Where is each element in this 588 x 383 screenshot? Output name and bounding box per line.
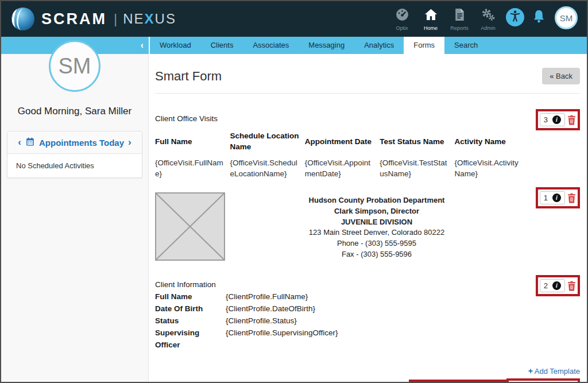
field-label: Full Name [155, 291, 226, 303]
cell-test-status: {OfficeVisit.TestStatusName} [380, 157, 454, 179]
top-header: SCRAM | NEXUS Optix Home Report [1, 1, 587, 37]
tab-workload[interactable]: Workload [150, 37, 201, 54]
template-order-number: 1 [544, 194, 548, 202]
report-row: Nexus Id: Preview Report [155, 378, 580, 382]
annotation-box-preview-button: Preview Report [506, 378, 580, 382]
info-icon[interactable]: i [552, 194, 561, 202]
col-header-appointment-date: Appointment Date [305, 136, 380, 147]
cell-activity-name: {OfficeVisit.ActivityName} [455, 157, 529, 179]
nav-optix[interactable]: Optix [388, 7, 416, 31]
main-content: Smart Form « Back 3 i Client Office Visi… [149, 54, 587, 382]
sidebar-avatar: SM [49, 40, 100, 92]
nav-admin[interactable]: Admin [474, 7, 502, 31]
header-icon-group: Optix Home Reports Admin [388, 6, 578, 32]
template-order-badge[interactable]: 3 i [540, 113, 565, 126]
plus-icon: + [528, 366, 533, 376]
tab-search[interactable]: Search [444, 37, 488, 54]
letterhead-line: 123 Main Street Denver, Colorado 80222 [225, 227, 528, 238]
nav-reports-label: Reports [450, 25, 469, 31]
annotation-box-template-1: 1 i [536, 187, 580, 208]
accessibility-button[interactable] [506, 8, 524, 26]
info-icon[interactable]: i [552, 281, 561, 290]
client-info-row: Supervising Officer {ClientProfile.Super… [155, 327, 580, 351]
sidebar-avatar-initials: SM [59, 54, 91, 79]
prev-day-chevron-icon[interactable]: ‹ [18, 137, 21, 148]
info-icon[interactable]: i [552, 115, 561, 124]
document-icon [452, 7, 467, 24]
brand-nexus-text: NEXUS [123, 11, 176, 27]
letterhead-line: JUVENILE DIVISION [225, 217, 528, 228]
col-header-schedule-location: Schedule Location Name [230, 130, 304, 152]
client-info-row: Status {ClientProfile.Status} [155, 315, 580, 327]
letterhead-section: 1 i Hudson County Probation Department C… [155, 192, 580, 261]
brand-nexus-x: X [145, 11, 155, 26]
user-avatar[interactable]: SM [555, 6, 578, 29]
image-placeholder [155, 192, 225, 261]
field-label: Status [155, 315, 226, 327]
office-visits-table-header: Full Name Schedule Location Name Appoint… [155, 130, 529, 152]
notifications-button[interactable] [531, 9, 547, 26]
nav-admin-label: Admin [481, 25, 496, 31]
gauge-icon [395, 7, 409, 24]
next-day-chevron-icon[interactable]: › [128, 137, 131, 148]
field-label: Supervising Officer [155, 327, 226, 351]
delete-template-button[interactable] [567, 192, 577, 204]
appointments-empty-message: No Scheduled Activities [7, 154, 142, 177]
title-divider [155, 93, 580, 94]
office-visits-label: Client Office Visits [155, 114, 580, 123]
brand-nexus-ne: NE [123, 11, 144, 26]
col-header-full-name: Full Name [155, 136, 230, 147]
nav-home[interactable]: Home [416, 7, 445, 31]
cell-schedule-location: {OfficeVisit.ScheduleLocationName} [230, 157, 304, 179]
office-visits-placeholder-row: {OfficeVisit.FullName} {OfficeVisit.Sche… [155, 157, 529, 179]
add-template-link[interactable]: + Add Template [528, 367, 580, 376]
appointments-card: ‹ Appointments Today › No Scheduled Acti… [7, 131, 142, 178]
letterhead-line: Fax - (303) 555-9596 [225, 249, 528, 260]
field-value: {ClientProfile.FullName} [226, 291, 308, 303]
add-template-row: + Add Template [155, 366, 580, 376]
delete-template-button[interactable] [567, 114, 577, 126]
add-template-label: Add Template [535, 367, 580, 376]
accessibility-icon [508, 9, 522, 25]
field-value: {ClientProfile.DateOfBirth} [226, 303, 315, 315]
template-order-number: 2 [544, 281, 548, 290]
annotation-box-template-3: 3 i [536, 109, 580, 130]
nav-optix-label: Optix [396, 25, 408, 31]
sidebar-collapse-chevron-icon[interactable]: ‹ [141, 41, 144, 50]
user-avatar-initials: SM [560, 13, 573, 23]
tab-clients[interactable]: Clients [201, 37, 243, 54]
letterhead-line: Phone - (303) 555-9595 [225, 238, 528, 249]
tab-messaging[interactable]: Messaging [299, 37, 354, 54]
home-icon [424, 7, 438, 24]
client-info-section: 2 i Client Information Full Name {Client… [155, 280, 580, 351]
template-order-badge[interactable]: 1 i [540, 191, 565, 204]
sidebar: SM Good Morning, Sara Miller ‹ Appointme… [1, 54, 149, 382]
delete-template-button[interactable] [567, 280, 577, 292]
tab-analytics[interactable]: Analytics [354, 37, 404, 54]
tab-forms[interactable]: Forms [404, 37, 444, 54]
gears-icon [481, 7, 496, 24]
bell-icon [531, 16, 547, 26]
template-order-number: 3 [544, 115, 548, 124]
nav-reports[interactable]: Reports [445, 7, 474, 31]
letterhead-line: Hudson County Probation Department [225, 195, 528, 206]
back-button[interactable]: « Back [542, 68, 580, 84]
cell-appointment-date: {OfficeVisit.AppointmentDate} [305, 157, 380, 179]
letterhead-text: Hudson County Probation Department Clark… [225, 192, 528, 261]
app-window: SCRAM | NEXUS Optix Home Report [0, 0, 588, 383]
field-value: {ClientProfile.Status} [226, 315, 297, 327]
template-order-badge[interactable]: 2 i [540, 279, 565, 292]
office-visits-table: Full Name Schedule Location Name Appoint… [155, 130, 529, 179]
field-label: Date Of Birth [155, 303, 226, 315]
field-value: {ClientProfile.SupervisingOfficer} [226, 327, 338, 351]
tab-associates[interactable]: Associates [243, 37, 299, 54]
annotation-box-nexus-input [409, 380, 506, 382]
brand-divider: | [114, 11, 117, 27]
brand-scram-text: SCRAM [41, 10, 107, 28]
letterhead-line: Clark Simpson, Director [225, 206, 528, 217]
brand-logo: SCRAM | NEXUS [11, 7, 176, 30]
col-header-activity-name: Activity Name [455, 136, 529, 147]
appointments-title: Appointments Today [39, 138, 124, 148]
brand-nexus-us: US [155, 11, 176, 26]
col-header-test-status: Test Status Name [380, 136, 454, 147]
